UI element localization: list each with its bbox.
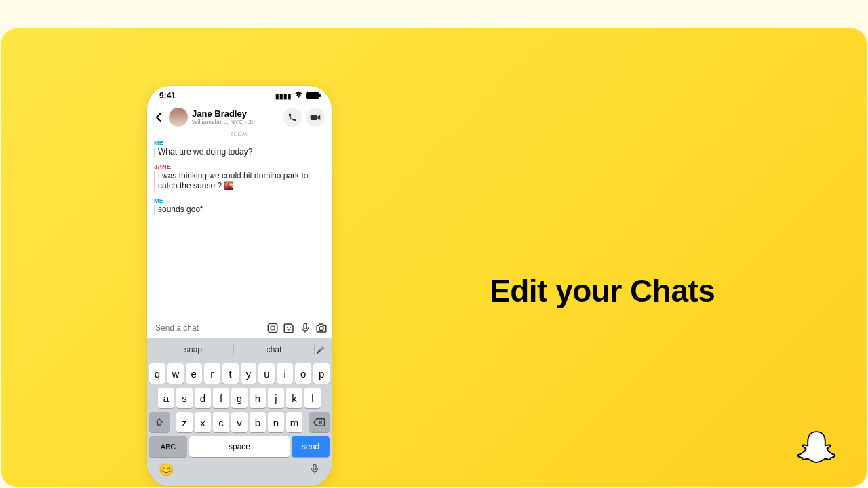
video-button[interactable] — [306, 108, 325, 127]
message[interactable]: MEWhat are we doing today? — [154, 140, 325, 158]
key-f[interactable]: f — [213, 388, 229, 408]
message-sender: ME — [154, 140, 325, 146]
snapchat-logo-icon — [793, 428, 840, 472]
sticker-icon[interactable] — [283, 322, 295, 334]
svg-rect-0 — [311, 115, 317, 120]
key-c[interactable]: c — [213, 412, 229, 432]
battery-icon — [306, 92, 319, 99]
keyboard: snap chat 🎤 qwertyuiop asdfghjkl zxcvbnm… — [147, 338, 332, 486]
key-b[interactable]: b — [250, 412, 266, 432]
message[interactable]: JANEi was thinking we could hit domino p… — [154, 163, 325, 192]
space-key[interactable]: space — [189, 436, 290, 457]
key-l[interactable]: l — [304, 388, 321, 408]
key-a[interactable]: a — [158, 388, 174, 408]
key-s[interactable]: s — [176, 388, 193, 408]
status-bar: 9:41 ▮▮▮▮ — [147, 86, 332, 105]
svg-rect-5 — [304, 323, 307, 329]
keyboard-footer: 😊 — [149, 457, 330, 482]
key-g[interactable]: g — [231, 388, 248, 408]
key-x[interactable]: x — [195, 412, 211, 432]
chat-input-bar — [147, 319, 332, 338]
key-y[interactable]: y — [241, 363, 257, 384]
keyboard-row-2: asdfghjkl — [149, 388, 330, 408]
key-o[interactable]: o — [295, 363, 311, 384]
phone-frame: 9:41 ▮▮▮▮ Jane Bradley Williamsburg, NYC… — [147, 86, 332, 486]
emoji-icon[interactable]: 😊 — [159, 462, 174, 479]
message-sender: JANE — [154, 163, 325, 170]
status-time: 9:41 — [159, 91, 176, 100]
abc-key[interactable]: ABC — [149, 436, 187, 457]
contact-subtitle: Williamsburg, NYC · 2m — [192, 119, 279, 125]
key-w[interactable]: w — [167, 363, 184, 384]
avatar[interactable] — [169, 108, 188, 127]
key-u[interactable]: u — [258, 363, 275, 384]
keyboard-bottom-row: ABC space send — [149, 436, 330, 457]
backspace-key[interactable] — [309, 412, 330, 432]
message-body: i was thinking we could hit domino park … — [154, 171, 325, 192]
key-r[interactable]: r — [204, 363, 220, 384]
contact-name: Jane Bradley — [192, 109, 279, 119]
send-key[interactable]: send — [292, 436, 330, 457]
key-e[interactable]: e — [186, 363, 202, 384]
message-sender: ME — [154, 197, 325, 204]
shift-key[interactable] — [149, 412, 170, 432]
key-v[interactable]: v — [231, 412, 248, 432]
key-d[interactable]: d — [195, 388, 211, 408]
key-t[interactable]: t — [222, 363, 239, 384]
dictation-icon[interactable] — [309, 462, 320, 479]
svg-point-4 — [290, 327, 292, 329]
chat-messages: MEWhat are we doing today?JANEi was thin… — [147, 138, 332, 319]
wifi-icon — [294, 92, 303, 100]
promo-card: 9:41 ▮▮▮▮ Jane Bradley Williamsburg, NYC… — [1, 28, 867, 487]
header-text[interactable]: Jane Bradley Williamsburg, NYC · 2m — [192, 109, 279, 125]
back-button[interactable] — [153, 111, 165, 123]
svg-rect-2 — [271, 326, 275, 330]
keyboard-suggestions: snap chat 🎤 — [149, 340, 330, 359]
keyboard-row-3: zxcvbnm — [149, 412, 330, 432]
chat-header: Jane Bradley Williamsburg, NYC · 2m — [147, 105, 332, 131]
chat-input[interactable] — [151, 321, 262, 336]
svg-rect-1 — [268, 323, 277, 333]
headline: Edit your Chats — [490, 272, 715, 309]
key-q[interactable]: q — [149, 363, 165, 384]
keyboard-row-1: qwertyuiop — [149, 363, 330, 384]
key-p[interactable]: p — [313, 363, 330, 384]
date-divider: TODAY — [147, 131, 332, 137]
app-icon[interactable] — [267, 322, 279, 334]
key-m[interactable]: m — [286, 412, 302, 432]
key-i[interactable]: i — [277, 363, 293, 384]
call-button[interactable] — [283, 108, 302, 127]
svg-point-6 — [319, 327, 323, 331]
key-n[interactable]: n — [268, 412, 284, 432]
cellular-icon: ▮▮▮▮ — [275, 92, 292, 100]
svg-rect-7 — [313, 464, 316, 470]
message-body: What are we doing today? — [154, 147, 325, 158]
message[interactable]: MEsounds goof — [154, 197, 325, 216]
status-icons: ▮▮▮▮ — [275, 92, 319, 100]
message-body: sounds goof — [154, 205, 325, 216]
key-h[interactable]: h — [250, 388, 266, 408]
suggestion-2[interactable]: chat — [234, 345, 314, 354]
mic-icon[interactable] — [299, 322, 311, 334]
key-k[interactable]: k — [286, 388, 302, 408]
svg-point-3 — [287, 327, 288, 329]
suggestion-mic-icon[interactable]: 🎤 — [315, 346, 326, 354]
suggestion-1[interactable]: snap — [153, 345, 233, 354]
key-z[interactable]: z — [176, 412, 193, 432]
key-j[interactable]: j — [268, 388, 284, 408]
camera-icon[interactable] — [315, 322, 328, 334]
